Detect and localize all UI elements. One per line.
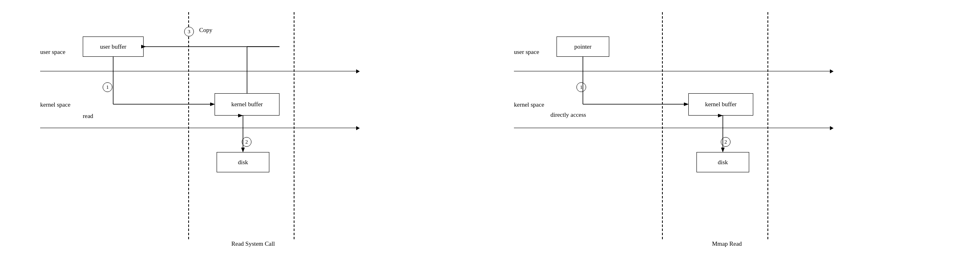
directly-access-label: directly access (550, 112, 586, 118)
circle-2-diag1: 2 (242, 137, 251, 147)
circle-1-diag2: 1 (576, 82, 586, 92)
v-dashed-2b (767, 12, 768, 239)
main-container: user space kernel space user buffer kern… (0, 0, 980, 266)
user-space-label-1: user space (40, 49, 65, 56)
mmap-read-diagram: user space kernel space pointer kernel b… (514, 8, 940, 247)
kernel-bottom-line-1 (40, 128, 357, 128)
read-system-call-diagram: user space kernel space user buffer kern… (40, 8, 466, 247)
disk-box-1: disk (217, 152, 269, 172)
read-system-call-title: Read System Call (40, 240, 466, 247)
user-kernel-line-1 (40, 71, 357, 71)
kernel-buffer-box-2: kernel buffer (688, 93, 753, 116)
kernel-buffer-box: kernel buffer (215, 93, 279, 116)
disk-box-2: disk (696, 152, 749, 172)
kernel-space-label-1: kernel space (40, 101, 71, 108)
mmap-read-title: Mmap Read (514, 240, 940, 247)
kernel-space-label-2: kernel space (514, 101, 544, 108)
user-space-label-2: user space (514, 49, 539, 56)
v-dashed-2a (662, 12, 663, 239)
read-label: read (83, 113, 93, 120)
kernel-bottom-line-2 (514, 128, 830, 128)
circle-2-diag2: 2 (721, 137, 731, 147)
pointer-box: pointer (557, 36, 609, 57)
circle-3-diag1: 3 (184, 27, 194, 36)
v-dashed-1b (294, 12, 294, 239)
circle-1-diag1: 1 (103, 82, 112, 92)
user-buffer-box: user buffer (83, 36, 144, 57)
v-dashed-1a (188, 12, 189, 239)
user-kernel-line-2 (514, 71, 830, 71)
copy-label: Copy (199, 27, 213, 34)
